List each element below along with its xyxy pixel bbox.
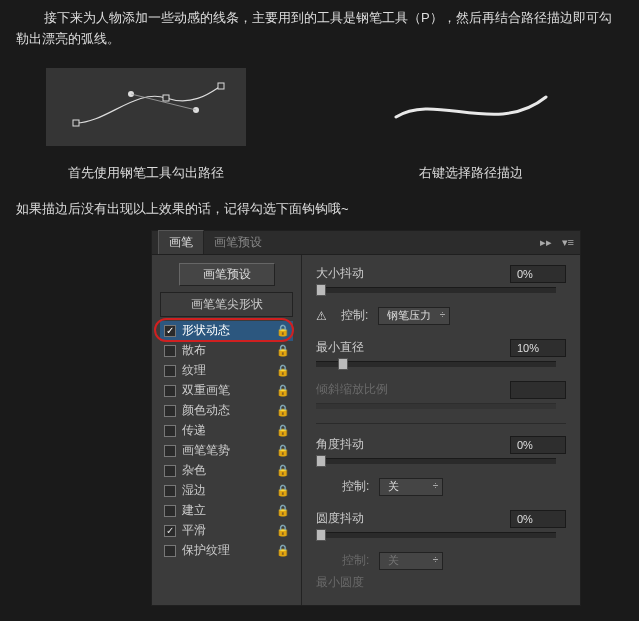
value-angle-jitter[interactable]: 0% (510, 436, 566, 454)
intro-text: 接下来为人物添加一些动感的线条，主要用到的工具是钢笔工具（P），然后再结合路径描… (16, 8, 623, 50)
note-text: 如果描边后没有出现以上效果的话，记得勾选下面钩钩哦~ (16, 200, 623, 218)
lock-icon[interactable]: 🔒 (277, 545, 289, 557)
opt-label: 湿边 (182, 482, 206, 499)
brush-presets-button[interactable]: 画笔预设 (179, 263, 275, 286)
panel-tabs: 画笔 画笔预设 ▸▸ ▾≡ (152, 231, 580, 255)
example-row: 首先使用钢笔工具勾出路径 右键选择路径描边 (16, 68, 623, 182)
options-column: 画笔预设 画笔笔尖形状 形状动态 🔒 散布 🔒 纹理 🔒 双重画笔 (152, 255, 302, 605)
label-tilt-scale: 倾斜缩放比例 (316, 381, 416, 398)
label-control2: 控制: (342, 478, 369, 495)
slider-angle-jitter[interactable] (316, 458, 556, 464)
tab-brush-presets[interactable]: 画笔预设 (204, 231, 272, 254)
brush-tip-shape[interactable]: 画笔笔尖形状 (160, 292, 293, 317)
label-control3: 控制: (342, 552, 369, 569)
panel-expand-icon[interactable]: ▸▸ (540, 236, 552, 249)
svg-rect-1 (163, 95, 169, 101)
checkbox-icon[interactable] (164, 485, 176, 497)
opt-transfer[interactable]: 传递 🔒 (160, 421, 293, 441)
opt-protect-texture[interactable]: 保护纹理 🔒 (160, 541, 293, 561)
lock-icon[interactable]: 🔒 (277, 485, 289, 497)
opt-color-dynamics[interactable]: 颜色动态 🔒 (160, 401, 293, 421)
checkbox-icon[interactable] (164, 365, 176, 377)
checkbox-icon[interactable] (164, 385, 176, 397)
value-size-jitter[interactable]: 0% (510, 265, 566, 283)
checkbox-icon[interactable] (164, 405, 176, 417)
lock-icon[interactable]: 🔒 (277, 385, 289, 397)
opt-label: 杂色 (182, 462, 206, 479)
opt-noise[interactable]: 杂色 🔒 (160, 461, 293, 481)
checkbox-icon[interactable] (164, 445, 176, 457)
opt-smoothing[interactable]: 平滑 🔒 (160, 521, 293, 541)
opt-texture[interactable]: 纹理 🔒 (160, 361, 293, 381)
lock-icon[interactable]: 🔒 (277, 405, 289, 417)
label-control1: 控制: (341, 307, 368, 324)
label-min-round: 最小圆度 (316, 574, 416, 591)
warning-icon: ⚠ (316, 309, 327, 323)
label-size-jitter: 大小抖动 (316, 265, 416, 282)
select-control3: 关 (379, 552, 443, 570)
checkbox-icon[interactable] (164, 505, 176, 517)
label-round-jitter: 圆度抖动 (316, 510, 416, 527)
value-round-jitter[interactable]: 0% (510, 510, 566, 528)
opt-brush-pose[interactable]: 画笔笔势 🔒 (160, 441, 293, 461)
lock-icon[interactable]: 🔒 (277, 365, 289, 377)
checkbox-icon[interactable] (164, 325, 176, 337)
opt-label: 保护纹理 (182, 542, 230, 559)
tab-brush[interactable]: 画笔 (158, 230, 204, 254)
pen-path-example (46, 68, 246, 146)
opt-buildup[interactable]: 建立 🔒 (160, 501, 293, 521)
opt-label: 散布 (182, 342, 206, 359)
panel-menu-icon[interactable]: ▾≡ (562, 236, 574, 249)
slider-min-diameter[interactable] (316, 361, 556, 367)
opt-label: 传递 (182, 422, 206, 439)
svg-rect-0 (73, 120, 79, 126)
opt-wet-edges[interactable]: 湿边 🔒 (160, 481, 293, 501)
opt-scattering[interactable]: 散布 🔒 (160, 341, 293, 361)
opt-shape-dynamics[interactable]: 形状动态 🔒 (160, 321, 293, 341)
checkbox-icon[interactable] (164, 545, 176, 557)
opt-label: 平滑 (182, 522, 206, 539)
select-control1[interactable]: 钢笔压力 (378, 307, 450, 325)
select-control2[interactable]: 关 (379, 478, 443, 496)
slider-tilt-scale (316, 403, 556, 409)
lock-icon[interactable]: 🔒 (277, 525, 289, 537)
caption-left: 首先使用钢笔工具勾出路径 (46, 164, 246, 182)
caption-right: 右键选择路径描边 (386, 164, 556, 182)
lock-icon[interactable]: 🔒 (277, 345, 289, 357)
slider-round-jitter[interactable] (316, 532, 556, 538)
lock-icon[interactable]: 🔒 (277, 425, 289, 437)
checkbox-icon[interactable] (164, 345, 176, 357)
svg-rect-2 (218, 83, 224, 89)
opt-label: 画笔笔势 (182, 442, 230, 459)
lock-icon[interactable]: 🔒 (277, 465, 289, 477)
label-min-diameter: 最小直径 (316, 339, 416, 356)
stroke-example (386, 68, 556, 146)
opt-label: 形状动态 (182, 322, 230, 339)
lock-icon[interactable]: 🔒 (277, 505, 289, 517)
value-tilt-scale (510, 381, 566, 399)
controls-column: 大小抖动 0% ⚠ 控制: 钢笔压力 最小直径 10% 倾斜缩放比例 (302, 255, 580, 605)
label-angle-jitter: 角度抖动 (316, 436, 416, 453)
slider-size-jitter[interactable] (316, 287, 556, 293)
lock-icon[interactable]: 🔒 (277, 445, 289, 457)
checkbox-icon[interactable] (164, 465, 176, 477)
value-min-diameter[interactable]: 10% (510, 339, 566, 357)
opt-dual-brush[interactable]: 双重画笔 🔒 (160, 381, 293, 401)
opt-label: 建立 (182, 502, 206, 519)
lock-icon[interactable]: 🔒 (277, 325, 289, 337)
opt-label: 颜色动态 (182, 402, 230, 419)
checkbox-icon[interactable] (164, 425, 176, 437)
brush-panel: 画笔 画笔预设 ▸▸ ▾≡ 画笔预设 画笔笔尖形状 形状动态 🔒 散布 🔒 (151, 230, 581, 606)
opt-label: 纹理 (182, 362, 206, 379)
opt-label: 双重画笔 (182, 382, 230, 399)
checkbox-icon[interactable] (164, 525, 176, 537)
